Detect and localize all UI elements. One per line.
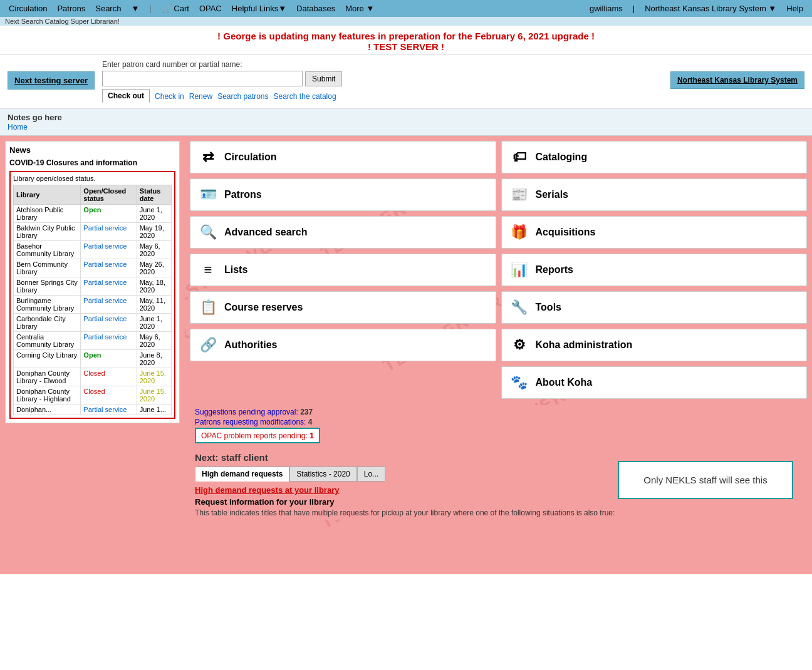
date-cell: June 1... bbox=[137, 405, 171, 415]
main-content: TEST SERVER TEST SERVER TEST SERVER TEST… bbox=[0, 136, 812, 574]
library-cell: Bern Community Library bbox=[14, 259, 81, 277]
menu-acquisitions[interactable]: 🎁Acquisitions bbox=[501, 216, 808, 249]
nav-dropdown[interactable]: ▼ bbox=[127, 3, 143, 14]
col-date: Status date bbox=[137, 185, 171, 205]
menu-authorities-label: Authorities bbox=[224, 339, 277, 351]
tab-lo...[interactable]: Lo... bbox=[357, 466, 385, 482]
menu-tools[interactable]: 🔧Tools bbox=[501, 291, 808, 324]
menu-reports[interactable]: 📊Reports bbox=[501, 254, 808, 286]
checkout-links: Check out Check in Renew Search patrons … bbox=[102, 89, 663, 103]
menu-advanced-search[interactable]: 🔍Advanced search bbox=[190, 216, 496, 249]
nav-circulation[interactable]: Circulation bbox=[5, 3, 51, 14]
alert-line2: ! TEST SERVER ! bbox=[3, 41, 809, 52]
tab-search-catalog[interactable]: Search the catalog bbox=[274, 92, 336, 101]
patrons-modifications-count: 4 bbox=[308, 418, 313, 426]
suggestions-link[interactable]: Suggestions pending approval: bbox=[195, 408, 298, 416]
status-cell: Partial service bbox=[81, 296, 137, 314]
library-cell: Burlingame Community Library bbox=[14, 296, 81, 314]
tab-search-patrons[interactable]: Search patrons bbox=[217, 92, 268, 101]
table-row: Doniphan County Library - ElwoodClosedJu… bbox=[14, 368, 172, 386]
opac-problem-link[interactable]: OPAC problem reports pending: 1 bbox=[201, 431, 314, 440]
nekls-button[interactable]: Northeast Kansas Library System bbox=[670, 71, 804, 89]
suggestions-count: 237 bbox=[300, 408, 313, 416]
library-cell: Baldwin City Public Library bbox=[14, 223, 81, 241]
menu-about-koha[interactable]: 🐾About Koha bbox=[501, 366, 808, 399]
status-cell: Partial service bbox=[81, 332, 137, 350]
status-table: Library Open/Closed status Status date A… bbox=[13, 185, 172, 415]
menu-tools-icon: 🔧 bbox=[511, 299, 528, 316]
library-cell: Atchison Public Library bbox=[14, 205, 81, 223]
logged-in-user: gwilliams bbox=[586, 3, 627, 14]
news-title: News bbox=[9, 145, 175, 155]
patrons-modifications-link[interactable]: Patrons requesting modifications: bbox=[195, 418, 306, 426]
table-row: Carbondale City LibraryPartial serviceJu… bbox=[14, 314, 172, 332]
status-cell: Closed bbox=[81, 386, 137, 405]
menu-reports-icon: 📊 bbox=[511, 262, 528, 278]
date-cell: June 8, 2020 bbox=[137, 350, 171, 368]
home-link[interactable]: Home bbox=[8, 123, 28, 131]
date-cell: May 6, 2020 bbox=[137, 332, 171, 350]
date-cell: May 6, 2020 bbox=[137, 241, 171, 259]
patron-input[interactable] bbox=[102, 71, 303, 86]
checkout-section: Next testing server Enter patron card nu… bbox=[0, 55, 812, 109]
status-cell: Partial service bbox=[81, 314, 137, 332]
menu-course-reserves-icon: 📋 bbox=[199, 299, 217, 316]
table-row: Basehor Community LibraryPartial service… bbox=[14, 241, 172, 259]
nav-cart[interactable]: 🛒 Cart bbox=[158, 3, 193, 14]
menu-circulation-label: Circulation bbox=[224, 152, 277, 163]
table-row: Bonner Springs City LibraryPartial servi… bbox=[14, 277, 172, 296]
menu-about-koha-label: About Koha bbox=[536, 377, 593, 388]
nav-helpful-links[interactable]: Helpful Links▼ bbox=[228, 3, 290, 14]
library-cell: Centralia Community Library bbox=[14, 332, 81, 350]
col-status: Open/Closed status bbox=[81, 185, 137, 205]
status-cell: Open bbox=[81, 350, 137, 368]
menu-authorities-icon: 🔗 bbox=[199, 337, 217, 353]
nav-opac[interactable]: OPAC bbox=[195, 3, 226, 14]
subnav-bar: Next Search Catalog Super Librarian! bbox=[0, 17, 812, 26]
top-navigation: Circulation Patrons Search ▼ | 🛒 Cart OP… bbox=[0, 0, 812, 17]
menu-circulation[interactable]: ⇄Circulation bbox=[190, 141, 496, 173]
bottom-info: Suggestions pending approval: 237 Patron… bbox=[190, 405, 807, 450]
tab-checkin[interactable]: Check in bbox=[155, 92, 184, 101]
alert-banner: ! George is updating many features in pr… bbox=[0, 26, 812, 55]
table-row: Centralia Community LibraryPartial servi… bbox=[14, 332, 172, 350]
subnav-text: Next Search Catalog Super Librarian! bbox=[5, 18, 120, 25]
menu-advanced-search-label: Advanced search bbox=[224, 227, 308, 238]
nav-search[interactable]: Search bbox=[91, 3, 125, 14]
notes-text: Notes go here bbox=[8, 113, 804, 122]
tab-statistics---2020[interactable]: Statistics - 2020 bbox=[289, 466, 357, 482]
nav-databases[interactable]: Databases bbox=[293, 3, 339, 14]
nav-more[interactable]: More ▼ bbox=[341, 3, 378, 14]
menu-lists-icon: ≡ bbox=[199, 262, 217, 278]
menu-course-reserves[interactable]: 📋Course reserves bbox=[190, 291, 496, 324]
menu-serials-icon: 📰 bbox=[511, 187, 528, 203]
menu-cataloging[interactable]: 🏷Cataloging bbox=[501, 141, 808, 173]
status-cell: Partial service bbox=[81, 405, 137, 415]
submit-button[interactable]: Submit bbox=[305, 71, 342, 86]
help-link[interactable]: Help bbox=[783, 3, 807, 14]
status-table-container: Library open/closed status. Library Open… bbox=[9, 171, 175, 419]
menu-advanced-search-icon: 🔍 bbox=[199, 224, 217, 240]
menu-cataloging-icon: 🏷 bbox=[511, 149, 528, 165]
next-server-button[interactable]: Next testing server bbox=[8, 71, 95, 90]
right-content: ⇄Circulation🏷Cataloging🪪Patrons📰Serials🔍… bbox=[185, 136, 812, 574]
menu-acquisitions-icon: 🎁 bbox=[511, 224, 528, 240]
menu-koha-admin[interactable]: ⚙Koha administration bbox=[501, 329, 808, 361]
tab-checkout[interactable]: Check out bbox=[102, 89, 150, 103]
menu-tools-label: Tools bbox=[536, 302, 561, 313]
menu-circulation-icon: ⇄ bbox=[199, 149, 217, 165]
tab-renew[interactable]: Renew bbox=[189, 92, 212, 101]
menu-lists[interactable]: ≡Lists bbox=[190, 254, 496, 286]
menu-course-reserves-label: Course reserves bbox=[224, 302, 303, 313]
menu-serials-label: Serials bbox=[536, 189, 568, 200]
menu-lists-label: Lists bbox=[224, 264, 247, 276]
tab-high-demand-requests[interactable]: High demand requests bbox=[195, 466, 289, 482]
nav-patrons[interactable]: Patrons bbox=[53, 3, 89, 14]
menu-authorities[interactable]: 🔗Authorities bbox=[190, 329, 496, 361]
library-selector[interactable]: Northeast Kansas Library System ▼ bbox=[641, 3, 780, 14]
menu-serials[interactable]: 📰Serials bbox=[501, 178, 808, 211]
covid-title: COVID-19 Closures and information bbox=[9, 158, 175, 167]
table-row: Baldwin City Public LibraryPartial servi… bbox=[14, 223, 172, 241]
alert-line1: ! George is updating many features in pr… bbox=[3, 31, 809, 41]
menu-patrons[interactable]: 🪪Patrons bbox=[190, 178, 496, 211]
